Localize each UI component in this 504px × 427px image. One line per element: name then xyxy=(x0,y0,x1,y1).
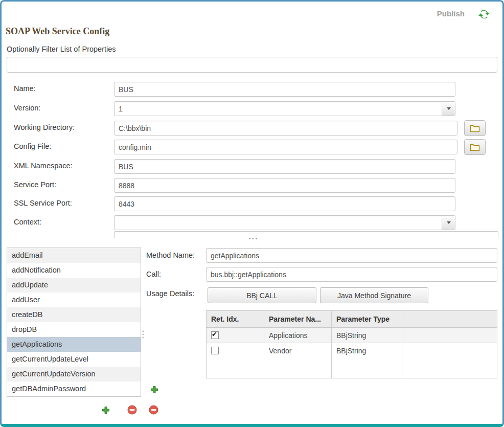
form-row-working-directory: Working Directory: xyxy=(2,121,504,136)
form-row-context: Context: xyxy=(2,215,504,230)
dropdown-arrow-icon xyxy=(447,221,451,224)
version-combo[interactable] xyxy=(114,101,455,116)
version-label: Version: xyxy=(14,104,40,112)
table-cell-type[interactable]: BBjString xyxy=(332,343,403,378)
browse-config-file-button[interactable] xyxy=(464,139,486,155)
list-item[interactable]: getDBAdminPassword xyxy=(7,381,141,396)
method-name-label: Method Name: xyxy=(146,251,195,259)
form-row-xml-namespace: XML Namespace: xyxy=(2,159,504,174)
remove-parameter-button[interactable] xyxy=(149,405,158,415)
add-method-button[interactable] xyxy=(102,406,110,414)
column-header-parameter-name: Parameter Na... xyxy=(264,311,332,328)
methods-list[interactable]: addEmail addNotification addUpdate addUs… xyxy=(7,248,141,397)
ret-idx-checkbox[interactable] xyxy=(211,347,219,354)
browse-working-directory-button[interactable] xyxy=(464,120,486,136)
minus-icon xyxy=(149,405,158,415)
table-cell-name[interactable]: Applications xyxy=(264,328,332,343)
add-parameter-button[interactable] xyxy=(150,386,158,394)
java-method-signature-button[interactable]: Java Method Signature xyxy=(320,287,428,303)
column-header-ret-idx: Ret. Idx. xyxy=(207,311,264,328)
dropdown-arrow-icon xyxy=(447,107,451,110)
table-cell-checkbox xyxy=(207,328,264,343)
service-port-field[interactable] xyxy=(114,178,455,193)
context-combo[interactable] xyxy=(114,215,455,230)
list-item[interactable]: addEmail xyxy=(7,248,141,263)
name-field[interactable] xyxy=(114,82,455,97)
column-header-parameter-type: Parameter Type xyxy=(332,311,403,328)
call-field[interactable] xyxy=(206,267,497,282)
list-item[interactable]: getCurrentUpdateVersion xyxy=(7,367,141,381)
table-cell-type[interactable]: BBjString xyxy=(332,328,403,343)
context-label: Context: xyxy=(14,218,41,226)
table-cell-empty xyxy=(403,328,497,343)
form-row-config-file: Config File: xyxy=(2,140,504,154)
table-cell-name[interactable]: Vendor xyxy=(264,343,332,378)
vertical-splitter[interactable]: ⋮ xyxy=(139,329,147,340)
remove-method-button[interactable] xyxy=(127,405,137,415)
soap-config-window: Publish SOAP Web Service Config Optional… xyxy=(0,0,504,427)
plus-icon xyxy=(102,406,110,414)
minus-icon xyxy=(127,405,137,415)
usage-details-label: Usage Details: xyxy=(146,289,194,298)
chevron-down-icon[interactable] xyxy=(442,102,455,116)
form-row-service-port: Service Port: xyxy=(2,178,504,193)
version-input[interactable] xyxy=(114,101,455,116)
column-header-empty xyxy=(403,311,497,328)
horizontal-splitter[interactable]: ... xyxy=(2,233,504,241)
table-cell-checkbox xyxy=(207,343,264,378)
ssl-service-port-label: SSL Service Port: xyxy=(14,199,72,207)
form-row-ssl-service-port: SSL Service Port: xyxy=(2,196,504,211)
xml-namespace-label: XML Namespace: xyxy=(14,162,73,170)
chevron-down-icon[interactable] xyxy=(442,216,455,230)
working-directory-field[interactable] xyxy=(114,121,457,136)
page-title: SOAP Web Service Config xyxy=(6,26,109,37)
bbj-call-button[interactable]: BBj CALL xyxy=(208,287,316,303)
plus-icon xyxy=(150,386,158,394)
form-row-name: Name: xyxy=(2,82,504,97)
method-name-field[interactable] xyxy=(206,248,497,263)
config-file-label: Config File: xyxy=(14,142,51,150)
service-port-label: Service Port: xyxy=(14,181,56,189)
list-item[interactable]: addUser xyxy=(7,293,141,307)
ssl-service-port-field[interactable] xyxy=(114,196,455,211)
call-label: Call: xyxy=(146,270,161,278)
list-item[interactable]: createDB xyxy=(7,307,141,322)
ret-idx-checkbox[interactable] xyxy=(211,331,219,339)
form-row-version: Version: xyxy=(2,101,504,116)
publish-button[interactable]: Publish xyxy=(437,9,465,18)
xml-namespace-field[interactable] xyxy=(114,159,455,174)
list-item[interactable]: dropDB xyxy=(7,322,141,337)
refresh-icon[interactable] xyxy=(478,8,490,20)
filter-input[interactable] xyxy=(7,57,497,73)
name-label: Name: xyxy=(14,84,36,93)
filter-label: Optionally Filter List of Properties xyxy=(7,45,116,53)
table-cell-empty xyxy=(403,343,497,378)
list-item[interactable]: getCurrentUpdateLevel xyxy=(7,352,141,367)
context-input[interactable] xyxy=(114,215,455,230)
splitter-dots: ... xyxy=(244,232,262,241)
working-directory-label: Working Directory: xyxy=(14,123,75,131)
params-table: Ret. Idx. Parameter Na... Parameter Type… xyxy=(206,310,497,378)
folder-icon xyxy=(470,124,480,132)
list-item[interactable]: getApplications xyxy=(7,337,141,352)
list-item[interactable]: addNotification xyxy=(7,263,141,278)
folder-icon xyxy=(470,143,480,151)
list-item[interactable]: addUpdate xyxy=(7,278,141,293)
config-file-field[interactable] xyxy=(114,140,457,154)
